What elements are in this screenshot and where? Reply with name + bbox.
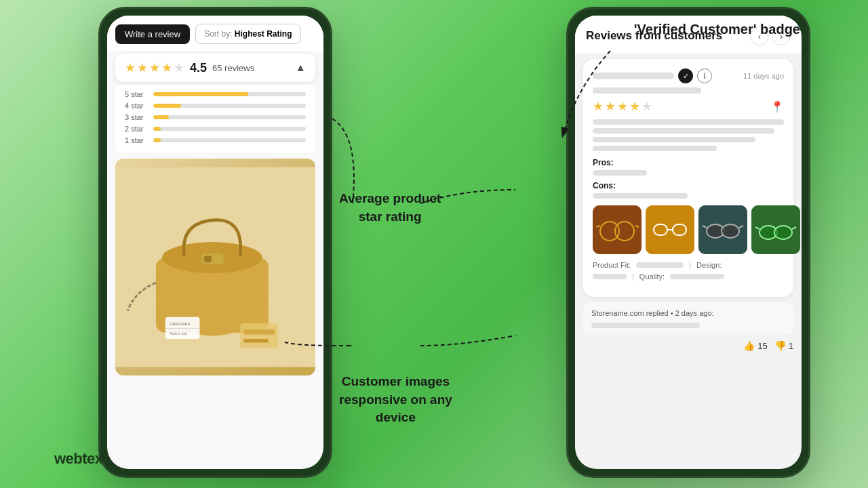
info-icon[interactable]: ℹ xyxy=(697,68,712,83)
thumbs-up-button[interactable]: 👍 15 xyxy=(743,340,767,351)
review-date: 11 days ago xyxy=(743,72,784,80)
verified-checkmark-icon: ✓ xyxy=(678,68,693,83)
reviews-count: 65 reviews xyxy=(212,63,254,73)
product-fit-label: Product Fit: xyxy=(593,261,631,269)
text-line-3 xyxy=(593,137,755,142)
review-star-1: ★ xyxy=(593,99,604,114)
left-phone: Write a review Sort by: Highest Rating ★… xyxy=(98,7,332,478)
right-phone: Reviews from customers ‹ › ✓ ℹ 11 days a… xyxy=(566,7,810,478)
stars-row: ★ ★ ★ ★ ★ xyxy=(125,60,184,75)
store-reply-content-placeholder xyxy=(591,323,700,328)
svg-text:Made in Italy: Made in Italy xyxy=(170,332,188,336)
sort-button[interactable]: Sort by: Highest Rating xyxy=(195,24,300,44)
review-star-4: ★ xyxy=(629,99,640,114)
review-star-2: ★ xyxy=(605,99,616,114)
reviewer-name-placeholder xyxy=(593,73,674,79)
verified-badge-annotation: 'Verified Customer' badge xyxy=(634,20,800,38)
svg-rect-11 xyxy=(240,323,277,348)
bar-fill-2 xyxy=(153,127,161,131)
star-3: ★ xyxy=(149,60,160,75)
attributes-section: Product Fit: | Design: | Quality: xyxy=(593,261,784,281)
text-line-4 xyxy=(593,146,717,151)
svg-point-25 xyxy=(722,224,739,238)
bag-image: LARA FARA Made in Italy xyxy=(115,159,315,375)
sort-by-label: Sort by: xyxy=(204,29,232,39)
svg-rect-12 xyxy=(243,329,275,334)
svg-rect-13 xyxy=(243,339,269,343)
webtex-logo: webtex xyxy=(54,450,103,468)
review-stars: ★ ★ ★ ★ ★ xyxy=(593,99,652,114)
bar-track-5 xyxy=(153,92,306,96)
thumbs-down-count: 1 xyxy=(789,341,793,351)
quality-row: | Quality: xyxy=(593,272,784,281)
avg-rating-annotation: Average productstar rating xyxy=(339,190,441,226)
review-star-3: ★ xyxy=(617,99,628,114)
review-image-4[interactable] xyxy=(751,205,800,254)
star-bars-section: 5 star 4 star 3 star 2 star xyxy=(115,85,315,153)
review-image-3[interactable] xyxy=(698,205,747,254)
pros-value-placeholder xyxy=(593,170,647,176)
bar-fill-1 xyxy=(153,138,161,142)
chevron-up-icon[interactable]: ▲ xyxy=(295,62,306,74)
star-bar-row-5: 5 star xyxy=(125,90,306,98)
star-5-half: ★ xyxy=(174,60,184,75)
star-bar-row-2: 2 star xyxy=(125,125,306,133)
quality-label: Quality: xyxy=(639,272,665,281)
sort-value: Highest Rating xyxy=(235,29,292,39)
customer-images-annotation: Customer imagesresponsive on anydevice xyxy=(339,373,452,427)
reviewer-info-row: ✓ ℹ 11 days ago xyxy=(593,68,784,83)
star-label-1: 1 star xyxy=(125,136,149,144)
star-label-5: 5 star xyxy=(125,90,149,98)
text-line-1 xyxy=(593,119,784,125)
review-images xyxy=(593,205,784,254)
bar-fill-5 xyxy=(153,92,248,96)
review-image-2[interactable] xyxy=(646,205,694,254)
bar-fill-4 xyxy=(153,104,181,108)
pros-section: Pros: Cons: xyxy=(593,158,784,199)
svg-text:LARA FARA: LARA FARA xyxy=(170,322,190,326)
product-image-area: LARA FARA Made in Italy xyxy=(115,159,315,375)
review-image-1[interactable] xyxy=(593,205,642,254)
svg-rect-6 xyxy=(204,256,212,262)
review-title-placeholder xyxy=(593,87,701,94)
cons-value-placeholder xyxy=(593,193,688,199)
bar-track-1 xyxy=(153,138,306,142)
pros-label: Pros: xyxy=(593,158,784,167)
product-fit-bar xyxy=(636,262,684,268)
cons-label: Cons: xyxy=(593,181,784,190)
thumbs-down-button[interactable]: 👎 1 xyxy=(774,340,793,351)
star-bar-row-3: 3 star xyxy=(125,113,306,121)
star-bar-row-1: 1 star xyxy=(125,136,306,144)
star-label-3: 3 star xyxy=(125,113,149,121)
star-4: ★ xyxy=(161,60,172,75)
bar-track-4 xyxy=(153,104,306,108)
bar-track-2 xyxy=(153,127,306,131)
thumbs-up-icon: 👍 xyxy=(743,340,755,351)
rating-number: 4.5 xyxy=(190,61,207,75)
store-reply-section: Storename.com replied • 2 days ago: xyxy=(583,302,793,335)
text-line-2 xyxy=(593,128,774,134)
review-stars-row: ★ ★ ★ ★ ★ 📍 xyxy=(593,99,784,114)
location-icon: 📍 xyxy=(770,100,784,113)
product-fit-row: Product Fit: | Design: xyxy=(593,261,784,269)
bar-track-3 xyxy=(153,115,306,119)
star-1: ★ xyxy=(125,60,136,75)
review-card: ✓ ℹ 11 days ago ★ ★ ★ ★ ★ 📍 xyxy=(583,59,793,297)
rating-summary: ★ ★ ★ ★ ★ 4.5 65 reviews ▲ xyxy=(115,54,315,82)
write-review-button[interactable]: Write a review xyxy=(115,24,190,44)
svg-point-30 xyxy=(774,226,792,239)
quality-bar xyxy=(670,274,724,279)
thumbs-up-count: 15 xyxy=(757,341,767,351)
left-top-bar: Write a review Sort by: Highest Rating xyxy=(107,16,323,51)
design-label: Design: xyxy=(696,261,722,269)
star-2: ★ xyxy=(137,60,148,75)
bar-fill-3 xyxy=(153,115,169,119)
store-reply-text: Storename.com replied • 2 days ago: xyxy=(591,309,785,317)
star-label-2: 2 star xyxy=(125,125,149,133)
star-bar-row-4: 4 star xyxy=(125,102,306,110)
helpful-row: 👍 15 👎 1 xyxy=(575,340,802,357)
review-text-lines xyxy=(593,119,784,151)
design-bar xyxy=(593,274,627,279)
thumbs-down-icon: 👎 xyxy=(774,340,786,351)
review-star-5: ★ xyxy=(642,99,652,114)
